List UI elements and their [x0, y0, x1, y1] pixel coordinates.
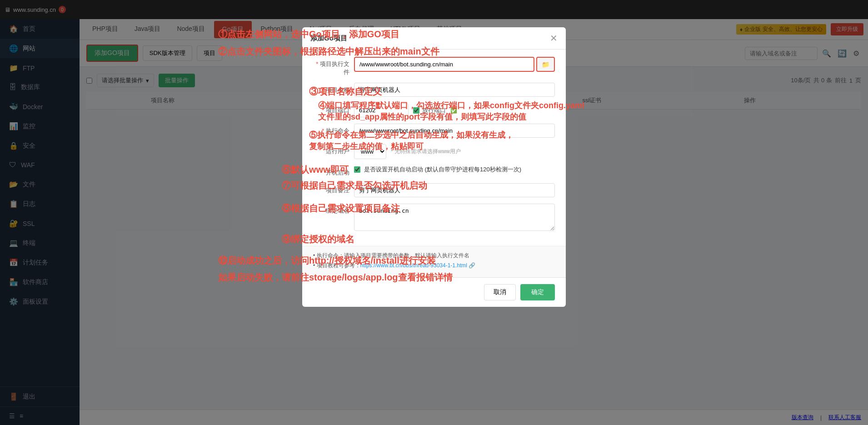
autostart-checkbox[interactable]: [354, 166, 360, 173]
project-name-input[interactable]: [354, 83, 555, 97]
confirm-button[interactable]: 确定: [520, 284, 555, 300]
autostart-wrap: 是否设置开机自动启动 (默认自带守护进程每120秒检测一次): [354, 165, 555, 174]
exec-file-input[interactable]: [354, 57, 534, 72]
project-name-wrap: [354, 83, 555, 97]
autostart-label: 开机启动: [313, 165, 354, 177]
port-input-group: 放行端口 ✅: [354, 103, 555, 117]
run-user-row: 运行用户 www * 无特殊需求请选择www用户: [313, 144, 555, 159]
domain-wrap: bot.sunding.cn: [354, 204, 555, 232]
tutorial-link[interactable]: https://www.bt.cn/bbs/thread-93034-1-1.h…: [360, 262, 467, 269]
dialog-title: 添加Go项目: [310, 34, 347, 43]
note-exec-cmd: • 执行命令：请输入项目需要携带的参数，默认请输入执行文件名: [313, 252, 555, 260]
run-user-select[interactable]: www: [354, 144, 386, 159]
dialog-notes: • 执行命令：请输入项目需要携带的参数，默认请输入执行文件名 • 项目教程可参考…: [302, 246, 566, 277]
add-go-dialog: 添加Go项目 ✕ 项目执行文件 📁 项目名称: [302, 27, 566, 307]
project-name-row: 项目名称: [313, 83, 555, 97]
port-hint: ✅: [450, 107, 457, 114]
exec-cmd-label: 执行命令: [313, 124, 354, 135]
exec-cmd-wrap: [354, 124, 555, 138]
run-user-wrap: www * 无特殊需求请选择www用户: [354, 144, 555, 159]
browse-file-button[interactable]: 📁: [536, 57, 555, 72]
port-label: 项目端口: [313, 103, 354, 115]
autostart-group: 是否设置开机自动启动 (默认自带守护进程每120秒检测一次): [354, 165, 555, 174]
exec-file-input-group: 📁: [354, 57, 555, 72]
dialog-close-button[interactable]: ✕: [550, 34, 558, 43]
domain-row: 绑定域名 bot.sunding.cn: [313, 204, 555, 232]
run-user-hint: * 无特殊需求请选择www用户: [391, 148, 461, 155]
firewall-label: 放行端口: [422, 106, 446, 115]
dialog-header: 添加Go项目 ✕: [302, 27, 566, 50]
dialog-footer: 取消 确定: [302, 277, 566, 307]
cancel-button[interactable]: 取消: [484, 284, 516, 300]
modal-overlay: 添加Go项目 ✕ 项目执行文件 📁 项目名称: [0, 0, 868, 425]
exec-cmd-input[interactable]: [354, 124, 555, 138]
notes-input[interactable]: [354, 183, 555, 197]
domain-label: 绑定域名: [313, 204, 354, 215]
port-input[interactable]: [354, 103, 409, 117]
exec-file-label: 项目执行文件: [313, 57, 354, 76]
exec-file-row: 项目执行文件 📁: [313, 57, 555, 76]
notes-row: 项目备注: [313, 183, 555, 197]
firewall-checkbox-wrap: 放行端口: [413, 106, 446, 115]
autostart-row: 开机启动 是否设置开机自动启动 (默认自带守护进程每120秒检测一次): [313, 165, 555, 177]
dialog-body: 项目执行文件 📁 项目名称 项目端口: [302, 50, 566, 246]
link-icon: 🔗: [469, 262, 475, 269]
exec-cmd-row: 执行命令: [313, 124, 555, 138]
autostart-text: 是否设置开机自动启动 (默认自带守护进程每120秒检测一次): [364, 165, 521, 174]
firewall-checkbox[interactable]: [413, 107, 419, 114]
notes-wrap: [354, 183, 555, 197]
port-wrap: 放行端口 ✅: [354, 103, 555, 117]
port-row: 项目端口 放行端口 ✅: [313, 103, 555, 117]
notes-label: 项目备注: [313, 183, 354, 195]
run-user-label: 运行用户: [313, 144, 354, 155]
run-user-group: www * 无特殊需求请选择www用户: [354, 144, 555, 159]
project-name-label: 项目名称: [313, 83, 354, 94]
note-tutorial: • 项目教程可参考：https://www.bt.cn/bbs/thread-9…: [313, 262, 555, 270]
domain-input[interactable]: bot.sunding.cn: [354, 204, 555, 231]
exec-file-wrap: 📁: [354, 57, 555, 72]
